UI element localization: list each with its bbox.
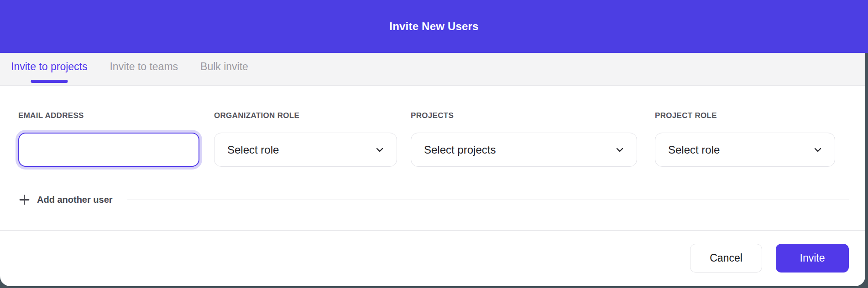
email-address-label: EMAIL ADDRESS <box>18 111 199 120</box>
dialog-title: Invite New Users <box>389 20 478 33</box>
project-role-field-group: PROJECT ROLE Select role <box>655 111 835 167</box>
chevron-down-icon <box>813 145 823 155</box>
cancel-button[interactable]: Cancel <box>690 244 762 273</box>
add-user-divider <box>127 200 849 200</box>
tab-bulk-invite[interactable]: Bulk invite <box>200 61 248 77</box>
invite-button[interactable]: Invite <box>776 244 849 273</box>
projects-label: PROJECTS <box>411 111 637 120</box>
projects-select[interactable]: Select projects <box>411 133 637 167</box>
email-address-input[interactable] <box>18 133 199 167</box>
organization-role-select[interactable]: Select role <box>214 133 397 167</box>
organization-role-field-group: ORGANIZATION ROLE Select role <box>214 111 397 167</box>
project-role-label: PROJECT ROLE <box>655 111 835 120</box>
active-tab-indicator <box>31 80 68 83</box>
tab-invite-to-teams[interactable]: Invite to teams <box>110 61 178 77</box>
organization-role-selected-value: Select role <box>227 144 279 156</box>
projects-selected-value: Select projects <box>424 144 496 156</box>
footer-divider <box>0 230 865 231</box>
tab-invite-to-projects[interactable]: Invite to projects <box>11 61 87 77</box>
tab-label: Invite to projects <box>11 61 87 72</box>
dialog-header: Invite New Users <box>0 0 868 53</box>
add-user-row: Add another user <box>18 192 849 207</box>
invite-dialog: Invite to projects Invite to teams Bulk … <box>0 53 865 286</box>
chevron-down-icon <box>375 145 385 155</box>
add-another-user-label: Add another user <box>37 195 113 205</box>
add-another-user-button[interactable]: Add another user <box>18 194 113 206</box>
tab-bar: Invite to projects Invite to teams Bulk … <box>0 53 865 86</box>
invite-button-label: Invite <box>800 252 825 264</box>
email-address-field-group: EMAIL ADDRESS <box>18 111 199 167</box>
tab-label: Bulk invite <box>200 61 248 72</box>
page-background: Invite to projects Invite to teams Bulk … <box>0 0 868 288</box>
tab-label: Invite to teams <box>110 61 178 72</box>
organization-role-label: ORGANIZATION ROLE <box>214 111 397 120</box>
project-role-selected-value: Select role <box>668 144 720 156</box>
projects-field-group: PROJECTS Select projects <box>411 111 637 167</box>
project-role-select[interactable]: Select role <box>655 133 835 167</box>
cancel-button-label: Cancel <box>710 252 743 264</box>
chevron-down-icon <box>615 145 625 155</box>
plus-icon <box>18 194 31 206</box>
